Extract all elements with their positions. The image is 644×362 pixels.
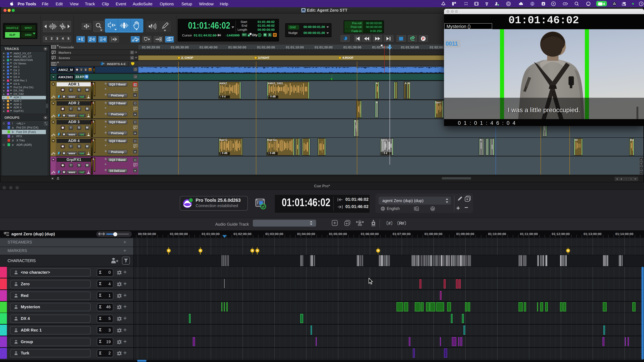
svg-text:z: z [46, 123, 47, 125]
svg-text:a: a [45, 121, 46, 124]
svg-text:P: P [422, 37, 424, 40]
